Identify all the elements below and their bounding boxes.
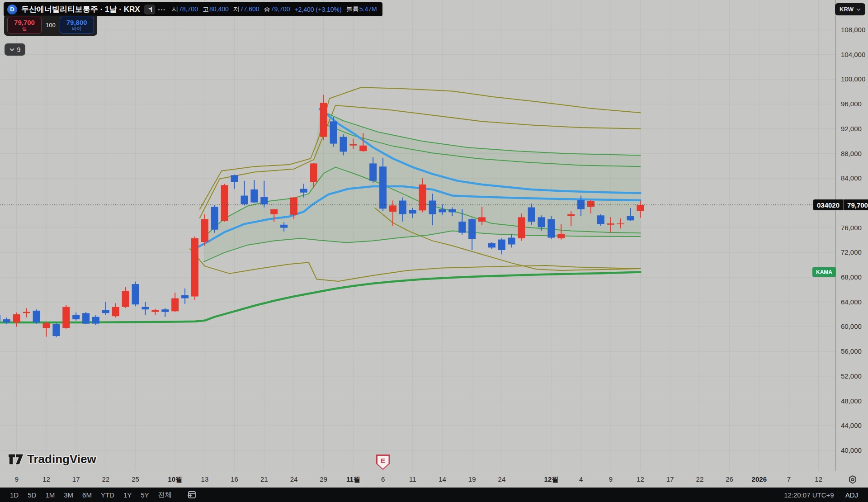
- price-tick-label: 100,000: [841, 75, 865, 83]
- price-tick-label: 52,000: [841, 372, 862, 380]
- price-tick-label: 56,000: [841, 347, 862, 355]
- time-tick-label: 13: [201, 475, 209, 483]
- adjusted-data-toggle[interactable]: ADJ: [842, 490, 862, 500]
- range-button-ytd[interactable]: YTD: [97, 490, 118, 500]
- candlestick-chart[interactable]: [0, 0, 835, 471]
- high-value: 80,400: [209, 5, 229, 14]
- time-tick-label: 12: [815, 475, 822, 483]
- tradingview-glyph-icon: [7, 450, 24, 468]
- indicators-collapsed-chip[interactable]: 9: [5, 43, 25, 56]
- quantity-field[interactable]: 100: [46, 22, 56, 28]
- price-tick-label: 76,000: [841, 224, 862, 232]
- chevron-down-icon: [9, 48, 14, 51]
- toolbar-divider: [838, 491, 838, 499]
- symbol-code: 034020: [813, 199, 843, 210]
- price-tick-label: 60,000: [841, 322, 862, 330]
- price-tick-label: 88,000: [841, 150, 862, 157]
- time-tick-label: 4: [579, 475, 583, 483]
- time-tick-label: 11월: [346, 475, 360, 484]
- open-label: 시: [172, 5, 178, 14]
- time-tick-label: 19: [468, 475, 476, 483]
- time-tick-label: 25: [132, 475, 139, 483]
- sell-button[interactable]: 79,700 셀: [7, 17, 42, 33]
- high-label: 고: [203, 5, 209, 14]
- price-tick-label: 68,000: [841, 273, 862, 281]
- buy-button[interactable]: 79,800 바이: [60, 17, 94, 33]
- price-tick-label: 96,000: [841, 100, 862, 108]
- price-tick-label: 40,000: [841, 446, 862, 454]
- price-tick-label: 44,000: [841, 421, 862, 429]
- clock[interactable]: 12:20:07 UTC+9: [784, 491, 834, 499]
- range-button-1m[interactable]: 1M: [42, 490, 58, 500]
- symbol-title[interactable]: 두산에너빌리티보통주 · 1날 · KRX: [21, 4, 140, 14]
- close-value: 79,700: [271, 5, 290, 14]
- chevron-down-icon: [856, 8, 861, 11]
- tradingview-logo: TradingView: [7, 450, 96, 468]
- time-tick-label: 12: [637, 475, 644, 483]
- buy-price: 79,800: [66, 19, 87, 26]
- price-tick-label: 104,000: [841, 51, 865, 58]
- change-value: +2,400 (+3.10%): [294, 6, 341, 13]
- price-tick-label: 108,000: [841, 26, 865, 33]
- time-tick-label: 2026: [752, 475, 767, 483]
- toolbar-divider: [181, 491, 181, 499]
- time-tick-label: 24: [498, 475, 506, 483]
- more-options-icon[interactable]: •••: [158, 7, 166, 12]
- range-button-5y[interactable]: 5Y: [137, 490, 152, 500]
- ohlc-legend: 시78,700 고80,400 저77,600 종79,700 +2,400 (…: [172, 5, 377, 14]
- time-tick-label: 22: [102, 475, 110, 483]
- range-button-3m[interactable]: 3M: [60, 490, 77, 500]
- time-tick-label: 9: [609, 475, 613, 483]
- time-tick-label: 12월: [544, 475, 559, 484]
- kama-indicator-badge: KAMA: [812, 267, 836, 277]
- current-price-badge: 034020 79,700: [813, 199, 868, 210]
- range-button-5d[interactable]: 5D: [24, 490, 40, 500]
- low-value: 77,600: [240, 5, 259, 14]
- range-button-6m[interactable]: 6M: [79, 490, 95, 500]
- time-tick-label: 16: [231, 475, 238, 483]
- tradingview-wordmark: TradingView: [27, 452, 96, 466]
- gear-icon[interactable]: [847, 474, 858, 485]
- earnings-letter: E: [376, 457, 390, 464]
- volume-label: 볼륨: [346, 5, 359, 14]
- time-tick-label: 11: [409, 475, 416, 483]
- indicator-count: 9: [17, 46, 21, 53]
- market-flag-icon[interactable]: [144, 5, 155, 14]
- time-tick-label: 22: [696, 475, 704, 483]
- range-switcher: 1D5D1M3M6MYTD1Y5Y전체: [6, 490, 197, 500]
- time-tick-label: 14: [439, 475, 446, 483]
- price-axis[interactable]: 108,000104,000100,00096,00092,00088,0008…: [835, 0, 868, 471]
- time-tick-label: 9: [15, 475, 19, 483]
- price-tick-label: 72,000: [841, 248, 862, 256]
- sell-label: 셀: [22, 26, 27, 32]
- trade-widget: 79,700 셀 100 79,800 바이: [4, 14, 97, 36]
- go-to-date-icon[interactable]: [187, 490, 197, 500]
- price-tick-label: 48,000: [841, 397, 862, 405]
- bottom-toolbar: 1D5D1M3M6MYTD1Y5Y전체 12:20:07 UTC+9 ADJ: [0, 488, 868, 502]
- range-button-전체[interactable]: 전체: [155, 490, 175, 500]
- time-tick-label: 6: [381, 475, 385, 483]
- current-price: 79,700: [843, 199, 868, 210]
- range-button-1d[interactable]: 1D: [6, 490, 22, 500]
- time-tick-label: 29: [320, 475, 327, 483]
- open-value: 78,700: [179, 5, 198, 14]
- currency-label: KRW: [840, 6, 854, 13]
- price-tick-label: 84,000: [841, 174, 862, 182]
- volume-value: 5.47M: [359, 5, 377, 14]
- sell-price: 79,700: [14, 19, 35, 26]
- low-label: 저: [233, 5, 240, 14]
- time-tick-label: 7: [787, 475, 791, 483]
- time-tick-label: 10월: [168, 475, 182, 484]
- earnings-marker[interactable]: E: [376, 455, 390, 470]
- currency-selector[interactable]: KRW: [835, 3, 865, 15]
- price-tick-label: 92,000: [841, 125, 862, 133]
- time-tick-label: 26: [726, 475, 733, 483]
- close-label: 종: [264, 5, 270, 14]
- price-tick-label: 64,000: [841, 298, 862, 306]
- time-tick-label: 21: [260, 475, 268, 483]
- time-axis[interactable]: 91217222510월131621242911월61114192412월491…: [0, 471, 868, 488]
- buy-label: 바이: [72, 26, 82, 32]
- range-button-1y[interactable]: 1Y: [120, 490, 135, 500]
- symbol-logo-icon: D: [7, 5, 17, 14]
- time-tick-label: 17: [666, 475, 674, 483]
